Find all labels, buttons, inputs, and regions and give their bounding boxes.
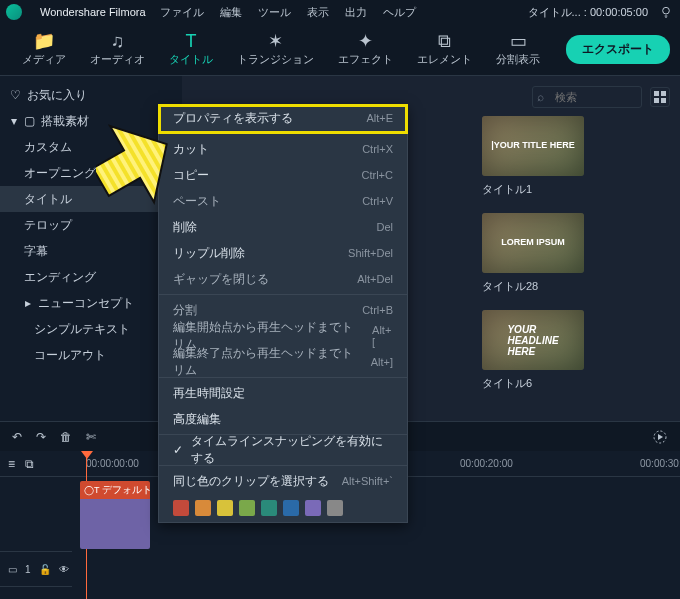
split-icon: ▭	[510, 32, 527, 50]
menu-item-label: 高度編集	[173, 411, 221, 428]
menu-item-label: 同じ色のクリップを選択する	[173, 473, 329, 490]
chevron-down-icon: ▾	[10, 114, 18, 128]
title-icon: T	[186, 32, 197, 50]
shortcut-label: Alt+E	[366, 112, 393, 124]
tab-effect[interactable]: ✦エフェクト	[326, 28, 405, 71]
menu-item-label: ギャップを閉じる	[173, 271, 269, 288]
timeline-clip[interactable]: ◯T デフォルトタ	[80, 481, 150, 547]
menu-tool[interactable]: ツール	[258, 5, 291, 20]
menu-item-label: プロパティを表示する	[173, 110, 293, 127]
context-menu-item[interactable]: リップル削除Shift+Del	[159, 240, 407, 266]
tab-title[interactable]: Tタイトル	[157, 28, 225, 71]
menu-item-label: タイムラインスナッピングを有効にする	[191, 433, 393, 467]
title-card[interactable]: YOUR HEADLINE HERE タイトル6	[482, 310, 584, 391]
cut-icon[interactable]: ✄	[86, 430, 96, 444]
context-menu-item[interactable]: 同じ色のクリップを選択するAlt+Shift+`	[159, 468, 407, 494]
lock-icon[interactable]: 🔓	[39, 564, 51, 575]
context-menu-item[interactable]: コピーCtrl+C	[159, 162, 407, 188]
document-title: タイトル... : 00:00:05:00	[528, 5, 648, 20]
context-menu-item[interactable]: ✓タイムラインスナッピングを有効にする	[159, 437, 407, 463]
context-menu: プロパティを表示するAlt+EカットCtrl+XコピーCtrl+CペーストCtr…	[158, 104, 408, 523]
context-menu-item[interactable]: 再生時間設定	[159, 380, 407, 406]
search-input[interactable]	[532, 86, 642, 108]
color-swatch[interactable]	[239, 500, 255, 516]
sidebar-item-title[interactable]: タイトル	[0, 186, 182, 212]
check-icon: ✓	[173, 443, 183, 457]
menu-help[interactable]: ヘルプ	[383, 5, 416, 20]
timeline-settings-icon[interactable]: ≡	[8, 457, 15, 471]
menu-item-label: ペースト	[173, 193, 221, 210]
color-swatch[interactable]	[217, 500, 233, 516]
folder-icon: 📁	[33, 32, 55, 50]
effect-icon: ✦	[358, 32, 373, 50]
color-swatch[interactable]	[327, 500, 343, 516]
color-swatch[interactable]	[305, 500, 321, 516]
thumbnail: LOREM IPSUM	[482, 213, 584, 273]
card-caption: タイトル1	[482, 182, 584, 197]
context-menu-item[interactable]: 削除Del	[159, 214, 407, 240]
context-menu-item[interactable]: プロパティを表示するAlt+E	[159, 105, 407, 131]
tab-media[interactable]: 📁メディア	[10, 28, 78, 71]
color-swatch[interactable]	[283, 500, 299, 516]
shortcut-label: Del	[376, 221, 393, 233]
svg-rect-3	[654, 98, 659, 103]
grid-view-icon[interactable]	[650, 87, 670, 107]
menu-file[interactable]: ファイル	[160, 5, 204, 20]
context-menu-item: ペーストCtrl+V	[159, 188, 407, 214]
sidebar-item-custom[interactable]: カスタム	[0, 134, 182, 160]
delete-icon[interactable]: 🗑	[60, 430, 72, 444]
sidebar-item-telop[interactable]: テロップ	[0, 212, 182, 238]
menu-separator	[159, 294, 407, 295]
sidebar-item-subtitle[interactable]: 字幕	[0, 238, 182, 264]
tab-split[interactable]: ▭分割表示	[484, 28, 552, 71]
music-icon: ♫	[111, 32, 125, 50]
card-caption: タイトル28	[482, 279, 584, 294]
title-card[interactable]: |YOUR TITLE HERE タイトル1	[482, 116, 584, 197]
heart-icon: ♡	[10, 88, 21, 102]
shortcut-label: Shift+Del	[348, 247, 393, 259]
track-header[interactable]: ▭ 1 🔓 👁	[0, 551, 72, 587]
menu-output[interactable]: 出力	[345, 5, 367, 20]
menu-item-label: コピー	[173, 167, 209, 184]
sidebar-favorites[interactable]: ♡お気に入り	[0, 82, 182, 108]
svg-rect-4	[661, 98, 666, 103]
shortcut-label: Ctrl+C	[362, 169, 393, 181]
render-icon[interactable]	[652, 429, 668, 445]
sidebar-item-simpletext[interactable]: シンプルテキスト	[0, 316, 182, 342]
tab-element[interactable]: ⧉エレメント	[405, 28, 484, 71]
svg-marker-9	[658, 434, 663, 440]
sidebar-item-opening[interactable]: オープニング	[0, 160, 182, 186]
menu-bar: ファイル 編集 ツール 表示 出力 ヘルプ	[160, 5, 416, 20]
color-swatch[interactable]	[195, 500, 211, 516]
undo-icon[interactable]: ↶	[12, 430, 22, 444]
title-card[interactable]: LOREM IPSUM タイトル28	[482, 213, 584, 294]
sidebar-newconcept[interactable]: ▸ニューコンセプト(9	[0, 290, 182, 316]
card-caption: タイトル6	[482, 376, 584, 391]
sidebar-item-ending[interactable]: エンディング	[0, 264, 182, 290]
menu-item-label: 編集終了点から再生ヘッドまでトリム	[173, 345, 363, 379]
menu-view[interactable]: 表示	[307, 5, 329, 20]
shortcut-label: Ctrl+X	[362, 143, 393, 155]
tab-audio[interactable]: ♫オーディオ	[78, 28, 157, 71]
context-menu-item[interactable]: カットCtrl+X	[159, 136, 407, 162]
sidebar-builtin[interactable]: ▾▢搭載素材(2	[0, 108, 182, 134]
lightbulb-icon[interactable]	[658, 4, 674, 20]
sidebar-item-callout[interactable]: コールアウト	[0, 342, 182, 368]
color-swatch[interactable]	[261, 500, 277, 516]
color-swatch[interactable]	[173, 500, 189, 516]
link-icon[interactable]: ⧉	[25, 457, 34, 471]
thumbnail: YOUR HEADLINE HERE	[482, 310, 584, 370]
element-icon: ⧉	[438, 32, 451, 50]
shortcut-label: Ctrl+B	[362, 304, 393, 316]
tab-transition[interactable]: ✶トランジション	[225, 28, 326, 71]
shortcut-label: Alt+Shift+`	[342, 475, 393, 487]
export-button[interactable]: エクスポート	[566, 35, 670, 64]
color-swatches	[159, 494, 407, 522]
menu-edit[interactable]: 編集	[220, 5, 242, 20]
visibility-icon[interactable]: 👁	[59, 564, 69, 575]
video-track-icon: ▭	[8, 564, 17, 575]
context-menu-item[interactable]: 高度編集	[159, 406, 407, 432]
clip-label: ◯T デフォルトタ	[80, 481, 150, 499]
menu-item-label: カット	[173, 141, 209, 158]
redo-icon[interactable]: ↷	[36, 430, 46, 444]
